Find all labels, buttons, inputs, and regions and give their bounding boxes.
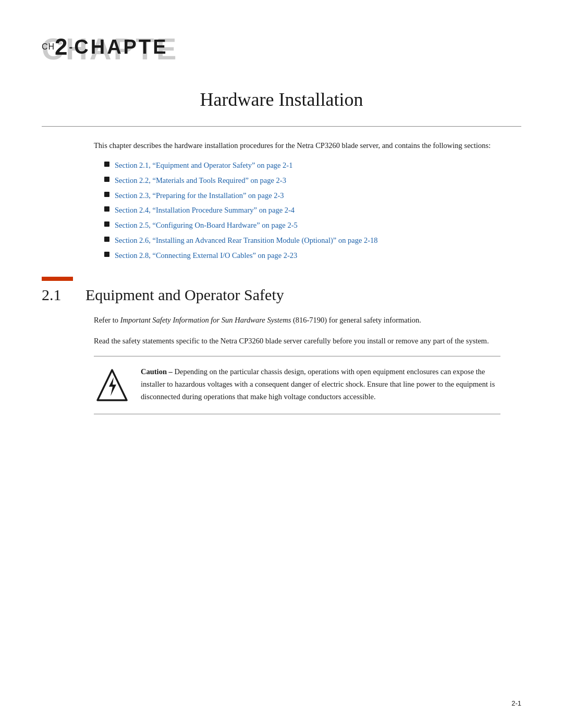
bullet-icon — [104, 177, 109, 182]
chapter-number: 2 — [55, 35, 68, 58]
section-title: Equipment and Operator Safety — [85, 286, 284, 304]
chapter-dash: - — [69, 41, 74, 53]
section-link-2-3[interactable]: Section 2.3, “Preparing for the Installa… — [115, 190, 284, 202]
chapter-fg-text: CH 2 - CHAPTE — [42, 35, 168, 58]
lightning-icon — [96, 368, 128, 404]
section-accent-bar — [42, 277, 73, 281]
bullet-icon — [104, 237, 109, 242]
section-2-1-para-2: Read the safety statements specific to t… — [94, 335, 500, 348]
section-link-2-4[interactable]: Section 2.4, “Installation Procedure Sum… — [115, 205, 295, 216]
section-number: 2.1 — [42, 286, 73, 304]
caution-text-block: Caution – Depending on the particular ch… — [141, 366, 500, 403]
chapter-prefix-label: CH — [42, 42, 55, 52]
para1-italic: Important Safety Information for Sun Har… — [120, 316, 291, 324]
para1-after-italic: (816-7190) for general safety informatio… — [291, 316, 421, 324]
section-2-1-heading: 2.1 Equipment and Operator Safety — [42, 286, 521, 304]
section-link-2-6[interactable]: Section 2.6, “Installing an Advanced Rea… — [115, 235, 378, 246]
list-item: Section 2.5, “Configuring On-Board Hardw… — [104, 220, 500, 231]
list-item: Section 2.3, “Preparing for the Installa… — [104, 190, 500, 202]
chapter-header: CHAPTE CH 2 - CHAPTE — [42, 31, 521, 68]
section-link-2-8[interactable]: Section 2.8, “Connecting External I/O Ca… — [115, 250, 297, 262]
bullet-icon — [104, 252, 109, 257]
bullet-icon — [104, 192, 109, 197]
page: CHAPTE CH 2 - CHAPTE Hardware Installati… — [0, 0, 563, 728]
bullet-icon — [104, 221, 109, 227]
section-link-2-5[interactable]: Section 2.5, “Configuring On-Board Hardw… — [115, 220, 298, 231]
bullet-icon — [104, 206, 109, 212]
caution-label: Caution – — [141, 367, 173, 376]
page-title: Hardware Installation — [42, 89, 521, 110]
list-item: Section 2.1, “Equipment and Operator Saf… — [104, 160, 500, 171]
bullet-icon — [104, 162, 109, 167]
section-2-1-para-1: Refer to Important Safety Information fo… — [94, 314, 500, 327]
section-link-2-1[interactable]: Section 2.1, “Equipment and Operator Saf… — [115, 160, 292, 171]
page-number: 2-1 — [511, 699, 521, 707]
caution-block: Caution – Depending on the particular ch… — [94, 356, 500, 414]
list-item: Section 2.6, “Installing an Advanced Rea… — [104, 235, 500, 246]
list-item: Section 2.4, “Installation Procedure Sum… — [104, 205, 500, 216]
section-link-2-2[interactable]: Section 2.2, “Materials and Tools Requir… — [115, 175, 286, 187]
intro-paragraph: This chapter describes the hardware inst… — [94, 140, 500, 152]
chapter-word: CHAPTE — [74, 36, 168, 58]
list-item: Section 2.2, “Materials and Tools Requir… — [104, 175, 500, 187]
title-divider — [42, 126, 521, 127]
caution-icon-wrap — [94, 366, 130, 404]
list-item: Section 2.8, “Connecting External I/O Ca… — [104, 250, 500, 262]
para1-before-italic: Refer to — [94, 316, 120, 324]
caution-body: Depending on the particular chassis desi… — [141, 367, 495, 401]
section-list: Section 2.1, “Equipment and Operator Saf… — [104, 160, 500, 261]
